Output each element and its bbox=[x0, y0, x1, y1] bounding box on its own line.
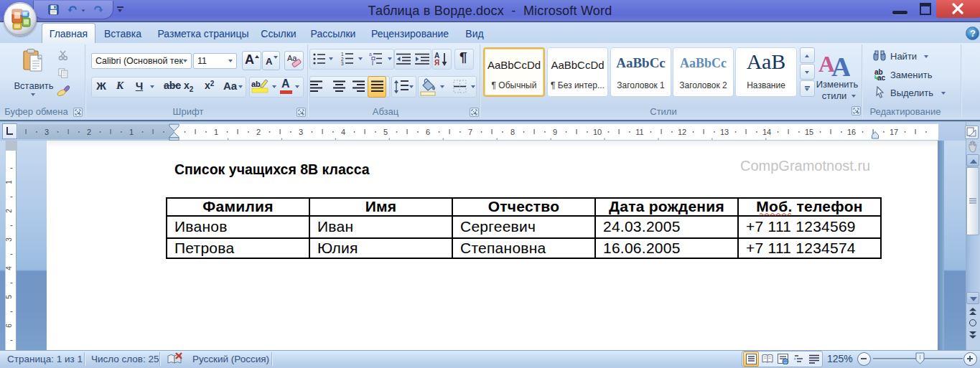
svg-text:3: 3 bbox=[6, 237, 13, 242]
svg-text:2: 2 bbox=[256, 128, 261, 136]
svg-text:A: A bbox=[831, 52, 850, 77]
svg-text:8: 8 bbox=[510, 128, 515, 136]
svg-text:4: 4 bbox=[6, 266, 13, 270]
svg-text:14: 14 bbox=[762, 128, 771, 136]
svg-text:17: 17 bbox=[890, 128, 898, 136]
svg-text:6: 6 bbox=[6, 324, 13, 328]
svg-text:3: 3 bbox=[341, 61, 344, 65]
svg-text:11: 11 bbox=[635, 128, 643, 136]
svg-text:15: 15 bbox=[805, 128, 813, 136]
svg-text:16: 16 bbox=[847, 128, 856, 136]
svg-text:12: 12 bbox=[678, 128, 686, 136]
svg-text:3: 3 bbox=[299, 128, 303, 136]
svg-text:ab: ab bbox=[251, 80, 261, 88]
svg-text:9: 9 bbox=[553, 128, 557, 136]
svg-text:10: 10 bbox=[593, 128, 602, 136]
svg-text:ac: ac bbox=[877, 74, 886, 81]
svg-text:2: 2 bbox=[6, 209, 13, 213]
svg-text:5: 5 bbox=[6, 295, 13, 299]
svg-text:1: 1 bbox=[129, 128, 134, 136]
svg-text:5: 5 bbox=[383, 128, 388, 136]
svg-text:3: 3 bbox=[45, 128, 49, 136]
svg-text:1: 1 bbox=[6, 180, 13, 184]
svg-text:7: 7 bbox=[468, 128, 472, 136]
svg-text:13: 13 bbox=[720, 128, 729, 136]
svg-text:6: 6 bbox=[426, 128, 430, 136]
svg-text:2: 2 bbox=[87, 128, 91, 136]
svg-text:1: 1 bbox=[214, 128, 218, 136]
svg-text:a: a bbox=[369, 52, 372, 57]
svg-text:1: 1 bbox=[341, 52, 344, 57]
svg-text:4: 4 bbox=[341, 128, 345, 136]
svg-text:Я: Я bbox=[434, 59, 439, 67]
